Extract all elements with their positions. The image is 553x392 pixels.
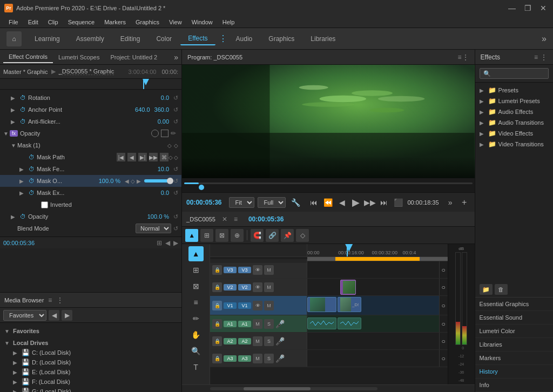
ec-nav-left[interactable]: ◀ — [165, 239, 170, 247]
ec-mask-interp[interactable]: ⌘ — [160, 153, 168, 161]
mb-c-expand[interactable]: ▶ — [13, 350, 19, 356]
ec-maskpath-diamond2[interactable]: ◇ — [174, 154, 178, 160]
effects-settings[interactable]: ≡ — [534, 53, 538, 61]
eff-audio-trans-expand[interactable]: ▶ — [480, 120, 486, 126]
ec-tab-lumetri[interactable]: Lumetri Scopes — [53, 52, 105, 63]
mb-drive-e[interactable]: ▶ 💾 E: (Local Disk) — [13, 367, 177, 377]
ec-timeline-strip[interactable] — [0, 79, 181, 90]
tl-a1-lock[interactable]: 🔒 — [212, 319, 222, 329]
effects-search-input[interactable] — [480, 68, 549, 79]
ec-tab-effect-controls[interactable]: Effect Controls — [3, 51, 53, 63]
tl-a3-lock[interactable]: 🔒 — [212, 354, 222, 363]
ec-opacity-reset[interactable]: ↺ — [173, 213, 178, 220]
tl-a3-s[interactable]: S — [264, 354, 274, 363]
ec-maskexp-reset[interactable]: ↺ — [173, 190, 178, 197]
tl-a2-content[interactable] — [307, 333, 439, 349]
pm-prev-frame[interactable]: ◀ — [336, 197, 348, 208]
ec-antiflicker-stopwatch[interactable]: ⏱ — [19, 118, 26, 125]
mb-e-expand[interactable]: ▶ — [13, 369, 19, 375]
tl-linked[interactable]: 🔗 — [266, 229, 279, 242]
ec-mo-left[interactable]: ◀ — [125, 178, 129, 184]
ec-rotation-stopwatch[interactable]: ⏱ — [19, 94, 26, 102]
tl-zoom-tool[interactable]: ⊕ — [231, 229, 244, 242]
pm-scrubber[interactable] — [182, 183, 475, 192]
ec-maskopacity-reset[interactable]: ↺ — [173, 178, 178, 185]
mb-f-expand[interactable]: ▶ — [13, 379, 19, 385]
ec-antiflicker-reset[interactable]: ↺ — [173, 118, 178, 125]
tl-v3-solo[interactable]: M — [264, 265, 274, 275]
maximize-btn[interactable]: ❐ — [522, 4, 534, 12]
tab-editing[interactable]: Editing — [113, 33, 148, 45]
eff-video-effects-expand[interactable]: ▶ — [480, 131, 486, 137]
tl-a1-m[interactable]: M — [253, 319, 262, 329]
tl-v1-lock[interactable]: 🔒 — [212, 301, 222, 310]
home-button[interactable]: ⌂ — [6, 31, 22, 46]
panel-libraries[interactable]: Libraries — [475, 338, 553, 352]
pm-scrubber-handle[interactable] — [199, 185, 204, 190]
workspace-more[interactable]: » — [542, 34, 547, 44]
tl-a3-m[interactable]: M — [253, 354, 262, 363]
tl-v1-clip1[interactable] — [307, 297, 336, 312]
tl-a1-resize[interactable]: ○ — [439, 315, 448, 332]
mb-forward-btn[interactable]: ▶ — [62, 310, 72, 321]
ec-anchor-stopwatch[interactable]: ⏱ — [19, 106, 26, 113]
panel-markers[interactable]: Markers — [475, 352, 553, 365]
tl-v2-lock[interactable]: 🔒 — [212, 282, 222, 292]
tl-track-select[interactable]: ⊞ — [200, 229, 213, 242]
ec-anchor-y[interactable]: 360.0 — [154, 106, 170, 113]
tl-scrollbar[interactable] — [182, 384, 475, 392]
pm-settings-btn[interactable]: » — [444, 197, 456, 208]
panel-info[interactable]: Info — [475, 379, 553, 392]
pm-wrench-icon[interactable]: 🔧 — [291, 198, 300, 207]
tl-markers[interactable]: 📌 — [281, 229, 294, 242]
tl-close-btn[interactable]: ✕ — [222, 215, 227, 223]
ec-maskopacity-slider[interactable] — [144, 179, 171, 183]
tl-v2-solo[interactable]: M — [264, 282, 274, 292]
mb-fav-expand[interactable]: ▼ — [4, 328, 11, 334]
pm-play[interactable]: ▶ — [350, 197, 362, 208]
mb-more[interactable]: ⋮ — [56, 296, 64, 305]
ec-maskpath-diamond1[interactable]: ◇ — [168, 154, 173, 160]
ec-opacity-stopwatch[interactable]: ⏱ — [19, 213, 26, 220]
eff-presets[interactable]: ▶ 📁 Presets — [475, 85, 553, 96]
menu-edit[interactable]: Edit — [24, 18, 43, 26]
tab-graphics[interactable]: Graphics — [261, 33, 302, 45]
tl-a2-resize[interactable]: ○ — [439, 333, 448, 349]
panel-history[interactable]: History — [475, 365, 553, 379]
tl-tool-slip[interactable]: ≡ — [188, 295, 204, 310]
pm-fit-select[interactable]: Fit — [229, 197, 254, 208]
ec-maskfeather-reset[interactable]: ↺ — [173, 166, 178, 173]
tl-v3-content[interactable] — [307, 261, 439, 278]
pm-step-fwd[interactable]: ⏭ — [378, 197, 390, 208]
ec-filter-icon[interactable]: ⊞ — [157, 239, 162, 247]
ec-maskfeather-stopwatch[interactable]: ⏱ — [28, 165, 35, 173]
ec-tab-more[interactable]: » — [174, 53, 178, 62]
mb-g-expand[interactable]: ▶ — [13, 389, 19, 393]
menu-sequence[interactable]: Sequence — [64, 18, 99, 26]
ec-rotation-expand[interactable]: ▶ — [11, 95, 17, 101]
ec-maskopacity-expand[interactable]: ▶ — [19, 178, 26, 184]
eff-audio-effects[interactable]: ▶ 📁 Audio Effects — [475, 106, 553, 117]
tl-v2-clip[interactable] — [340, 280, 356, 295]
tl-snap[interactable]: 🧲 — [251, 229, 264, 242]
panel-essential-graphics[interactable]: Essential Graphics — [475, 298, 553, 311]
ec-nav-right[interactable]: ▶ — [173, 239, 178, 247]
tl-tool-text[interactable]: T — [188, 360, 204, 375]
tab-libraries[interactable]: Libraries — [303, 33, 343, 45]
tl-a2-m[interactable]: M — [253, 336, 262, 346]
ec-blendmode-reset[interactable]: ↺ — [173, 225, 178, 232]
tl-a2-lock[interactable]: 🔒 — [212, 336, 222, 346]
ec-mo-right[interactable]: ▶ — [137, 178, 141, 184]
tl-tool-hand[interactable]: ✋ — [188, 327, 204, 342]
mb-drive-d[interactable]: ▶ 💾 D: (Local Disk) — [13, 357, 177, 367]
tab-audio[interactable]: Audio — [228, 33, 260, 45]
eff-delete[interactable]: 🗑 — [495, 284, 508, 295]
mb-local-drives-header[interactable]: ▼ Local Drives — [4, 338, 177, 348]
tl-v2-resize[interactable]: ○ — [439, 279, 448, 295]
ec-anchor-x[interactable]: 640.0 — [135, 106, 150, 113]
titlebar-controls[interactable]: — ❐ ✕ — [506, 4, 549, 12]
tl-v1-solo[interactable]: M — [264, 301, 274, 310]
minimize-btn[interactable]: — — [506, 4, 518, 12]
tl-v1-resize[interactable]: ○ — [439, 296, 448, 315]
ec-antiflicker-value[interactable]: 0.00 — [158, 118, 169, 125]
